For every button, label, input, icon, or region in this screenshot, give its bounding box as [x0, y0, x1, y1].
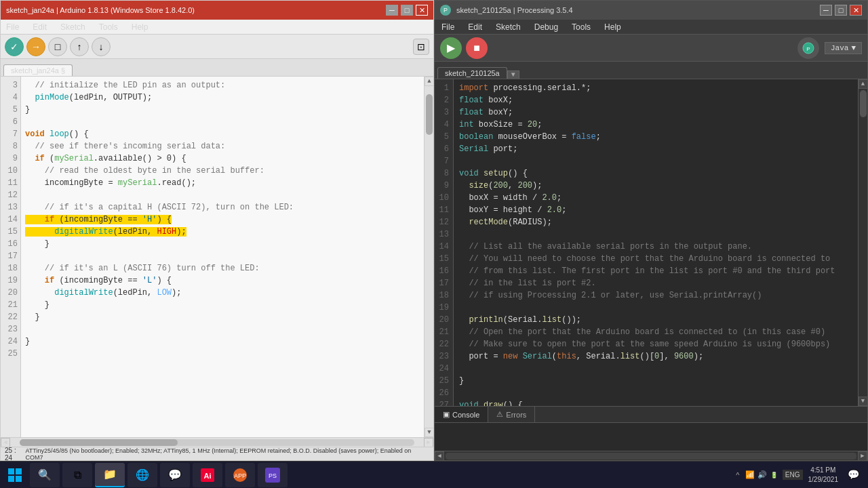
taskbar-orange-btn[interactable]: APP	[225, 463, 255, 487]
taskbar-adobe-btn[interactable]: Ai	[193, 463, 222, 487]
arduino-title: sketch_jan24a | Arduino 1.8.13 (Windows …	[6, 6, 195, 14]
processing-errors-tab[interactable]: ⚠ Errors	[488, 407, 535, 422]
arduino-menu-file[interactable]: File	[3, 22, 22, 32]
proc-menu-debug[interactable]: Debug	[532, 22, 561, 32]
processing-titlebar: P sketch_210125a | Processing 3.5.4 ─ □ …	[435, 1, 867, 20]
processing-console-content[interactable]	[435, 423, 867, 451]
arduino-window: sketch_jan24a | Arduino 1.8.13 (Windows …	[0, 0, 434, 461]
taskbar-explorer-btn[interactable]: 📁	[95, 463, 125, 487]
svg-text:Ai: Ai	[204, 472, 212, 480]
proc-menu-sketch[interactable]: Sketch	[493, 22, 524, 32]
arduino-scroll-right[interactable]: ▶	[424, 438, 433, 447]
arduino-maximize-btn[interactable]: □	[401, 5, 413, 16]
arduino-tab[interactable]: sketch_jan24a §	[3, 64, 73, 76]
processing-close-btn[interactable]: ✕	[850, 5, 862, 16]
edge-icon: 🌐	[134, 467, 151, 483]
svg-text:PS: PS	[269, 472, 277, 479]
volume-icon[interactable]: 🔊	[757, 470, 768, 481]
processing-mode-icon[interactable]: P	[797, 37, 819, 59]
taskbar-right: ^ 📶 🔊 🔋 ENG 4:51 PM 1/29/2021 💬	[732, 466, 865, 485]
arduino-scroll-thumb[interactable]	[426, 94, 433, 135]
language-btn[interactable]: ENG	[783, 470, 803, 480]
processing-code-content[interactable]: import processing.serial.*; float boxX; …	[454, 79, 858, 406]
processing-bottom-area: ▣ Console ⚠ Errors ◀ ▶	[435, 406, 867, 460]
task-view-icon: ⧉	[69, 467, 85, 483]
processing-minimize-btn[interactable]: ─	[820, 5, 832, 16]
taskbar-skype-btn[interactable]: 💬	[160, 463, 190, 487]
network-icon[interactable]: 📶	[745, 470, 755, 481]
desktop: sketch_jan24a | Arduino 1.8.13 (Windows …	[0, 0, 868, 488]
terminal-icon: ▣	[443, 410, 450, 419]
processing-mode-btn[interactable]: Java ▼	[825, 42, 862, 54]
arduino-menubar: File Edit Sketch Tools Help	[1, 20, 433, 35]
processing-tab-dropdown[interactable]: ▼	[507, 70, 519, 79]
arduino-tab-bar: sketch_jan24a §	[1, 59, 433, 77]
notification-btn[interactable]: 💬	[844, 466, 863, 485]
arduino-scrollbar-x[interactable]: ◀ ▶	[1, 437, 433, 447]
processing-console-tab[interactable]: ▣ Console	[435, 407, 488, 422]
tray-arrow-icon[interactable]: ^	[732, 470, 743, 481]
taskbar: 🔍 ⧉ 📁 🌐 💬 Ai	[0, 461, 868, 488]
proc-scroll-thumb[interactable]	[860, 90, 867, 117]
proc-scroll-left[interactable]: ◀	[435, 451, 444, 461]
processing-run-btn[interactable]: ▶	[440, 37, 462, 59]
clock[interactable]: 4:51 PM 1/29/2021	[806, 466, 842, 485]
processing-window-controls: ─ □ ✕	[820, 5, 862, 16]
taskbar-taskview-btn[interactable]: ⧉	[62, 463, 92, 487]
proc-scroll-track-x[interactable]	[446, 453, 856, 460]
arduino-monitor-btn[interactable]: ⊡	[413, 39, 429, 55]
processing-window: P sketch_210125a | Processing 3.5.4 ─ □ …	[434, 0, 868, 461]
arduino-line-numbers: 3 4 5 6 7 8 9 10 11 12 13 14 15 16 17 18	[1, 77, 21, 437]
svg-text:P: P	[806, 46, 810, 52]
proc-scroll-up[interactable]: ▲	[859, 79, 868, 89]
arduino-menu-help[interactable]: Help	[129, 22, 151, 32]
arduino-scroll-track-x[interactable]	[20, 439, 414, 446]
arduino-scroll-left[interactable]: ◀	[1, 438, 10, 447]
arduino-close-btn[interactable]: ✕	[416, 5, 428, 16]
start-button[interactable]	[3, 463, 27, 487]
windows-logo-icon	[8, 468, 22, 482]
proc-menu-help[interactable]: Help	[601, 22, 624, 32]
arduino-open-btn[interactable]: ↑	[70, 37, 89, 56]
warning-icon: ⚠	[496, 410, 503, 419]
arduino-scroll-thumb-x[interactable]	[20, 439, 178, 446]
processing-app-icon: P	[440, 5, 451, 16]
arduino-scroll-down[interactable]: ▼	[425, 428, 433, 437]
processing-stop-btn[interactable]: ■	[466, 37, 488, 59]
arduino-code-area[interactable]: 3 4 5 6 7 8 9 10 11 12 13 14 15 16 17 18	[1, 77, 433, 437]
arduino-code-content[interactable]: // initialize the LED pin as an output: …	[21, 77, 424, 437]
proc-scroll-right[interactable]: ▶	[858, 451, 867, 461]
proc-scroll-down[interactable]: ▼	[859, 396, 868, 406]
processing-tab[interactable]: sketch_210125a	[437, 67, 507, 79]
arduino-minimize-btn[interactable]: ─	[386, 5, 398, 16]
chevron-down-icon: ▼	[851, 44, 856, 52]
taskbar-app7-btn[interactable]: PS	[258, 463, 288, 487]
proc-scroll-track[interactable]	[859, 89, 868, 396]
proc-menu-edit[interactable]: Edit	[465, 22, 485, 32]
processing-maximize-btn[interactable]: □	[835, 5, 847, 16]
taskbar-search-btn[interactable]: 🔍	[30, 463, 60, 487]
clock-date: 1/29/2021	[808, 475, 839, 485]
arduino-board-info: ATTiny25/45/85 (No bootloader); Enabled;…	[26, 447, 430, 461]
processing-scrollbar-x[interactable]: ◀ ▶	[435, 451, 867, 460]
processing-scrollbar-right[interactable]: ▲ ▼	[858, 79, 867, 406]
proc-menu-tools[interactable]: Tools	[569, 22, 593, 32]
battery-icon[interactable]: 🔋	[769, 470, 780, 481]
arduino-menu-sketch[interactable]: Sketch	[58, 22, 88, 32]
arduino-scrollbar[interactable]: ▲ ▼	[424, 77, 433, 437]
arduino-verify-btn[interactable]: ✓	[5, 37, 24, 56]
processing-mode-label: Java	[831, 44, 848, 52]
arduino-new-btn[interactable]: □	[48, 37, 67, 56]
search-icon: 🔍	[37, 467, 53, 483]
processing-code-area[interactable]: 1 2 3 4 5 6 7 8 9 10 11 12 13 14 15 16 1	[435, 79, 867, 406]
proc-menu-file[interactable]: File	[439, 22, 457, 32]
arduino-menu-edit[interactable]: Edit	[30, 22, 50, 32]
arduino-upload-btn[interactable]: →	[26, 37, 45, 56]
taskbar-edge-btn[interactable]: 🌐	[127, 463, 157, 487]
arduino-menu-tools[interactable]: Tools	[96, 22, 121, 32]
processing-toolbar: ▶ ■ P Java ▼	[435, 35, 867, 62]
arduino-statusbar: 25 : 24 ATTiny25/45/85 (No bootloader); …	[1, 447, 433, 460]
arduino-save-btn[interactable]: ↓	[92, 37, 111, 56]
arduino-scroll-track[interactable]	[425, 86, 433, 428]
arduino-scroll-up[interactable]: ▲	[425, 77, 433, 86]
